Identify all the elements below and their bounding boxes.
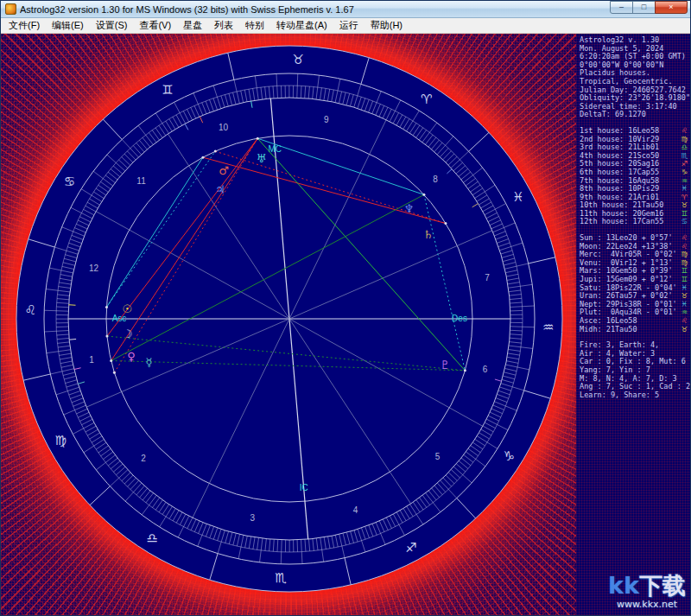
house-number: 2 — [141, 454, 146, 463]
window-controls: – □ × — [611, 1, 688, 17]
venus-icon: ♀ — [127, 350, 136, 363]
angle-label-ic: IC — [300, 483, 308, 492]
leo-icon: ♌ — [24, 302, 35, 318]
main-content: ♈♉♊♋♌♍♎♏♐♑♒♓123456789101112AscDesMCIC☉☽☿… — [1, 34, 690, 615]
menu-item[interactable]: 编辑(E) — [46, 18, 90, 33]
virgo-icon: ♍ — [54, 433, 66, 448]
pluto-icon: ♇ — [441, 359, 451, 372]
moon-icon: ☽ — [123, 327, 133, 340]
uranus-icon: ♅ — [257, 152, 267, 165]
moon-dot — [105, 335, 108, 338]
menu-item[interactable]: 查看(V) — [133, 18, 177, 33]
house-number: 1 — [89, 355, 94, 365]
saturn-dot — [444, 222, 447, 225]
menu-item[interactable]: 帮助(H) — [365, 18, 409, 33]
cancer-icon: ♋ — [681, 218, 688, 226]
sidebar: Astrolog32 v. 1.30Mon. August 5, 20246:2… — [576, 34, 690, 615]
neptune-icon: ♆ — [403, 202, 414, 215]
scorpio-icon: ♏ — [275, 570, 287, 586]
jupiter-dot — [201, 156, 204, 159]
mars-icon: ♂ — [219, 164, 229, 177]
sidebar-line: 12th house: 17Can55♋ — [580, 218, 690, 226]
window-title: Astrolog32 version 1.30 for MS Windows (… — [20, 4, 607, 15]
title-bar: Astrolog32 version 1.30 for MS Windows (… — [1, 1, 690, 18]
menu-bar: 文件(F)编辑(E)设置(S)查看(V)星盘列表特别转动星盘(A)运行帮助(H) — [1, 18, 690, 34]
house-number: 8 — [433, 175, 438, 184]
jupiter-icon: ♃ — [215, 183, 225, 196]
taurus-icon: ♉ — [681, 326, 688, 334]
chart-wheel: ♈♉♊♋♌♍♎♏♐♑♒♓123456789101112AscDesMCIC☉☽☿… — [1, 34, 576, 615]
mercury-dot — [113, 372, 116, 374]
sidebar-line: Midh: 21Tau50♉ — [580, 326, 690, 334]
menu-item[interactable]: 星盘 — [177, 18, 208, 33]
neptune-dot — [422, 194, 425, 196]
house-number: 6 — [483, 365, 488, 374]
aquarius-icon: ♒ — [542, 320, 554, 335]
app-icon — [5, 3, 16, 15]
close-button[interactable]: × — [655, 1, 688, 14]
house-number: 9 — [324, 115, 329, 124]
house-number: 5 — [435, 452, 441, 461]
angle-label-asc: Asc — [112, 314, 127, 323]
aries-icon: ♈ — [421, 92, 432, 107]
sidebar-line: DeltaT: 69.1270 — [580, 111, 690, 119]
sagittarius-icon: ♐ — [405, 540, 416, 556]
angle-label-des: Des — [452, 314, 467, 323]
menu-item[interactable]: 转动星盘(A) — [270, 18, 333, 33]
sun-dot — [105, 306, 108, 308]
libra-icon: ♎ — [146, 530, 157, 546]
minimize-button[interactable]: – — [610, 1, 633, 14]
mercury-icon: ☿ — [146, 356, 153, 369]
capricorn-icon: ♑ — [504, 448, 515, 464]
menu-item[interactable]: 运行 — [333, 18, 365, 33]
venus-dot — [110, 359, 112, 362]
menu-item[interactable]: 特别 — [239, 18, 270, 33]
house-number: 7 — [485, 273, 490, 283]
cancer-icon: ♋ — [64, 174, 75, 189]
house-number: 12 — [89, 264, 99, 273]
house-number: 11 — [136, 176, 146, 186]
mars-dot — [214, 150, 217, 153]
sidebar-line: Learn: 9, Share: 5 — [580, 391, 690, 400]
gemini-icon: ♊ — [162, 82, 173, 98]
pluto-dot — [464, 369, 466, 372]
uranus-dot — [257, 137, 259, 140]
house-number: 3 — [250, 513, 255, 523]
sun-icon: ☉ — [123, 302, 133, 315]
saturn-icon: ♄ — [423, 228, 434, 241]
sun-pointer — [69, 305, 76, 306]
menu-item[interactable]: 设置(S) — [90, 18, 134, 33]
maximize-button[interactable]: □ — [632, 1, 656, 14]
taurus-icon: ♉ — [293, 52, 304, 67]
app-window: Astrolog32 version 1.30 for MS Windows (… — [0, 0, 691, 616]
menu-item[interactable]: 列表 — [208, 18, 239, 33]
house-number: 10 — [219, 123, 229, 132]
pisces-icon: ♓ — [512, 189, 523, 205]
chart-area: ♈♉♊♋♌♍♎♏♐♑♒♓123456789101112AscDesMCIC☉☽☿… — [1, 34, 576, 615]
menu-item[interactable]: 文件(F) — [3, 18, 46, 33]
house-number: 4 — [353, 505, 358, 515]
